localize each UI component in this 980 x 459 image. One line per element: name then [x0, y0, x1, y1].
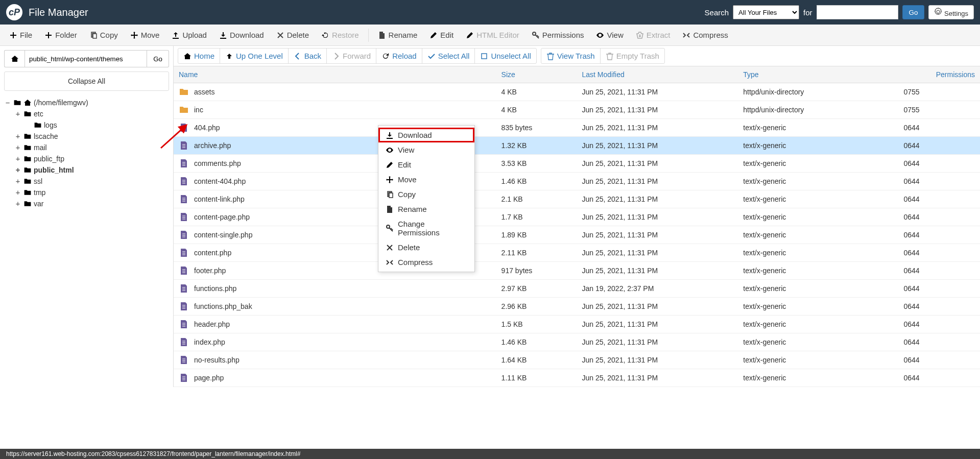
col-name[interactable]: Name [174, 66, 496, 83]
tree-node[interactable]: +mail [4, 142, 169, 153]
file-row[interactable]: functions.php2.97 KBJan 19, 2022, 2:37 P… [174, 280, 980, 298]
search-area: Search All Your Files for Go Settings [705, 5, 974, 19]
file-modified: Jun 25, 2021, 11:31 PM [577, 155, 738, 173]
app-header: cP File Manager Search All Your Files fo… [0, 0, 980, 25]
file-size: 1.64 KB [496, 351, 577, 369]
tree-node[interactable]: +lscache [4, 131, 169, 142]
copy-icon [386, 190, 394, 199]
trash-icon [546, 52, 555, 60]
nav-reload-button[interactable]: Reload [376, 49, 422, 63]
search-scope-select[interactable]: All Your Files [733, 5, 799, 19]
file-row[interactable]: functions.php_bak2.96 KBJun 25, 2021, 11… [174, 298, 980, 316]
context-menu-item[interactable]: Copy [378, 187, 474, 202]
compress-button[interactable]: Compress [677, 28, 733, 42]
extract-button: Extract [631, 28, 676, 42]
file-row[interactable]: footer.php917 bytesJun 25, 2021, 11:31 P… [174, 262, 980, 280]
nav-up-button[interactable]: Up One Level [220, 49, 289, 63]
download-button[interactable]: Download [214, 28, 269, 42]
file-size: 2.96 KB [496, 298, 577, 316]
app-title: File Manager [29, 7, 705, 18]
file-perms: 0755 [883, 101, 981, 119]
context-menu-item[interactable]: View [378, 142, 474, 157]
new-folder-button[interactable]: Folder [39, 28, 82, 42]
file-row[interactable]: archive.php1.32 KBJun 25, 2021, 11:31 PM… [174, 137, 980, 155]
tree-node[interactable]: logs [4, 119, 169, 131]
new-file-button[interactable]: File [4, 28, 37, 42]
context-menu-item[interactable]: Rename [378, 202, 474, 216]
file-row[interactable]: content.php2.11 KBJun 25, 2021, 11:31 PM… [174, 244, 980, 262]
file-size: 1.11 KB [496, 369, 577, 387]
file-row[interactable]: assets4 KBJun 25, 2021, 11:31 PMhttpd/un… [174, 83, 980, 101]
tree-node[interactable]: +etc [4, 108, 169, 119]
file-row[interactable]: index.php1.46 KBJun 25, 2021, 11:31 PMte… [174, 333, 980, 351]
trash-icon [606, 52, 614, 60]
file-row[interactable]: comments.php3.53 KBJun 25, 2021, 11:31 P… [174, 155, 980, 173]
move-button[interactable]: Move [125, 28, 165, 42]
file-row[interactable]: content-page.php1.7 KBJun 25, 2021, 11:3… [174, 208, 980, 226]
permissions-button[interactable]: Permissions [527, 28, 589, 42]
tree-root[interactable]: −(/home/filemgwv) [4, 97, 169, 108]
search-go-button[interactable]: Go [902, 5, 925, 19]
document-icon [179, 230, 189, 240]
tree-node[interactable]: +tmp [4, 187, 169, 198]
file-size: 1.46 KB [496, 333, 577, 351]
collapse-all-button[interactable]: Collapse All [4, 71, 169, 91]
square-icon [480, 52, 488, 60]
download-icon [219, 31, 227, 39]
context-menu-item[interactable]: Compress [378, 255, 474, 270]
file-row[interactable]: header.php1.5 KBJun 25, 2021, 11:31 PMte… [174, 316, 980, 333]
col-size[interactable]: Size [496, 66, 577, 83]
path-input[interactable] [25, 50, 147, 67]
view-trash-button[interactable]: View Trash [541, 49, 601, 63]
rename-button[interactable]: Rename [373, 28, 423, 42]
copy-button[interactable]: Copy [84, 28, 123, 42]
upload-button[interactable]: Upload [166, 28, 212, 42]
settings-button[interactable]: Settings [928, 5, 974, 19]
arrow-left-icon [294, 52, 302, 60]
file-row[interactable]: page.php1.11 KBJun 25, 2021, 11:31 PMtex… [174, 369, 980, 387]
context-menu-item[interactable]: Download [378, 128, 474, 142]
folder-icon [23, 110, 32, 118]
document-icon [179, 283, 189, 294]
context-menu-item[interactable]: Move [378, 172, 474, 187]
context-menu-item[interactable]: Edit [378, 157, 474, 172]
home-icon [183, 52, 192, 60]
nav-home-button[interactable]: Home [178, 49, 220, 63]
file-name: no-results.php [194, 356, 240, 364]
tree-node[interactable]: +public_ftp [4, 153, 169, 164]
col-type[interactable]: Type [738, 66, 883, 83]
arrow-right-icon [332, 52, 340, 60]
tree-node[interactable]: +ssl [4, 176, 169, 187]
file-row[interactable]: content-404.php1.46 KBJun 25, 2021, 11:3… [174, 173, 980, 190]
file-row[interactable]: no-results.php1.64 KBJun 25, 2021, 11:31… [174, 351, 980, 369]
file-row[interactable]: inc4 KBJun 25, 2021, 11:31 PMhttpd/unix-… [174, 101, 980, 119]
file-row[interactable]: content-single.php1.89 KBJun 25, 2021, 1… [174, 226, 980, 244]
file-row[interactable]: 404.php835 bytesJun 25, 2021, 11:31 PMte… [174, 119, 980, 137]
search-input[interactable] [817, 5, 898, 19]
nav-back-button[interactable]: Back [289, 49, 327, 63]
context-menu-item[interactable]: Change Permissions [378, 216, 474, 240]
file-name: footer.php [194, 267, 226, 275]
file-size: 1.7 KB [496, 208, 577, 226]
tree-node[interactable]: +var [4, 198, 169, 209]
col-perms[interactable]: Permissions [883, 66, 981, 83]
file-icon [386, 205, 394, 213]
nav-unselect-all-button[interactable]: Unselect All [475, 49, 536, 63]
context-menu-item[interactable]: Delete [378, 240, 474, 255]
path-home-button[interactable] [4, 50, 25, 67]
folder-icon [23, 177, 32, 185]
edit-button[interactable]: Edit [424, 28, 459, 42]
home-icon [11, 55, 19, 63]
file-size: 1.46 KB [496, 173, 577, 190]
delete-button[interactable]: Delete [271, 28, 314, 42]
nav-select-all-button[interactable]: Select All [422, 49, 475, 63]
file-perms: 0644 [883, 316, 981, 333]
col-modified[interactable]: Last Modified [577, 66, 738, 83]
tree-node[interactable]: +public_html [4, 164, 169, 176]
file-modified: Jun 25, 2021, 11:31 PM [577, 190, 738, 208]
view-button[interactable]: View [591, 28, 628, 42]
file-type: text/x-generic [738, 369, 883, 387]
path-go-button[interactable]: Go [147, 50, 169, 67]
file-name: comments.php [194, 159, 241, 167]
file-row[interactable]: content-link.php2.1 KBJun 25, 2021, 11:3… [174, 190, 980, 208]
